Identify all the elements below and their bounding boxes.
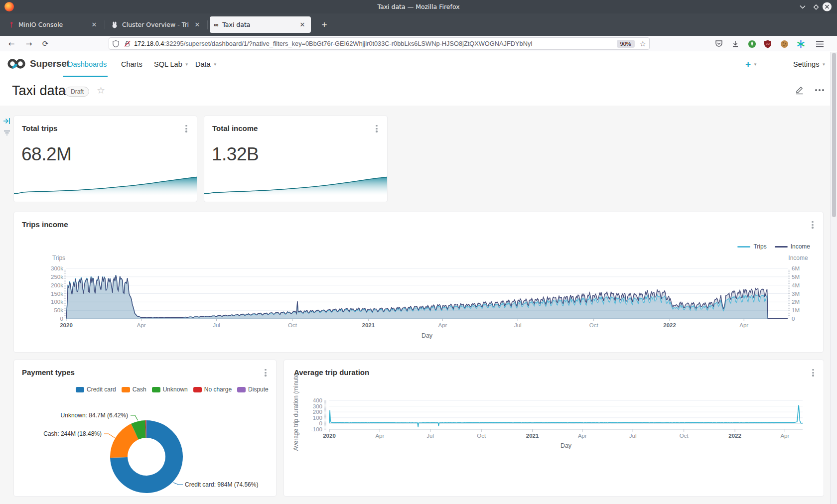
axis-tick-label: Apr — [578, 433, 587, 439]
tab-label: Taxi data — [222, 21, 294, 28]
tab-taxi-data[interactable]: ∞ Taxi data ✕ — [210, 16, 311, 33]
axis-tick-label: 300k — [51, 265, 63, 271]
chart-menu-kebab-icon[interactable] — [183, 125, 190, 134]
browser-toolbar: ← → ⟳ 172.18.0.4:32295/superset/dashboar… — [0, 36, 837, 52]
axis-tick-label: Apr — [137, 322, 146, 328]
filter-list-icon[interactable] — [2, 128, 11, 137]
chart-menu-kebab-icon[interactable] — [373, 125, 380, 134]
axis-tick-label: 50k — [54, 307, 63, 313]
url-domain: 172.18.0.4 — [134, 40, 164, 47]
download-icon[interactable] — [730, 38, 741, 49]
chart-title: Total income — [212, 124, 258, 132]
tab-label: MinIO Console — [18, 21, 86, 28]
reload-icon[interactable]: ⟳ — [39, 37, 52, 50]
sparkline-area — [204, 177, 387, 195]
income-area — [66, 275, 788, 319]
nav-item-dashboards[interactable]: Dashboards — [68, 51, 107, 77]
tab-trino[interactable]: Cluster Overview - Trino ✕ — [107, 16, 206, 33]
axis-tick-label: Apr — [739, 322, 748, 328]
expand-filters-icon[interactable] — [2, 117, 11, 126]
axis-tick-label: 200 — [313, 409, 322, 415]
trips-income-chart[interactable]: 0050k1M100k2M150k3M200k4M250k5M300k6M202… — [14, 212, 823, 352]
axis-tick-label: 2020 — [60, 322, 73, 328]
back-icon[interactable]: ← — [5, 37, 18, 50]
donut-callout-credit-card: Credit card: 984M (74.56%) — [185, 481, 258, 488]
avg-trip-duration-chart[interactable]: 4003002001000-1002020AprJulOct2021AprJul… — [284, 360, 824, 496]
tab-close-icon[interactable]: ✕ — [90, 20, 99, 29]
tab-separator — [207, 20, 208, 29]
chevron-down-icon: ▼ — [213, 62, 217, 67]
axis-tick-label: Oct — [288, 322, 297, 328]
card-payment-types: Payment types Credit cardCashUnknownNo c… — [13, 360, 277, 497]
axis-tick-label: 200k — [51, 282, 63, 288]
url-bar[interactable]: 172.18.0.4:32295/superset/dashboard/1/?n… — [109, 37, 650, 50]
axis-tick-label: Jul — [629, 433, 637, 439]
nav-item-label: Dashboards — [68, 60, 107, 68]
axis-tick-label: Apr — [438, 322, 447, 328]
scrollbar[interactable] — [830, 52, 837, 504]
axis-tick-label: 2022 — [728, 433, 741, 439]
tab-close-icon[interactable]: ✕ — [298, 20, 307, 29]
forward-icon[interactable]: → — [22, 37, 35, 50]
sparkline-svg — [204, 174, 387, 195]
add-new-button[interactable]: +▼ — [745, 59, 757, 70]
new-tab-button[interactable]: + — [318, 18, 331, 31]
payment-types-donut-chart[interactable] — [14, 360, 276, 496]
favorite-star-icon[interactable]: ☆ — [97, 85, 105, 96]
nav-item-charts[interactable]: Charts — [121, 51, 142, 77]
trino-logo-icon — [111, 21, 118, 28]
edit-pencil-icon[interactable] — [795, 85, 804, 95]
window-titlebar: Taxi data — Mozilla Firefox — [0, 0, 837, 13]
callout-line — [173, 483, 183, 485]
axis-tick-label: Jul — [213, 322, 220, 328]
nav-item-label: SQL Lab — [154, 60, 182, 68]
bookmark-star-icon[interactable]: ☆ — [640, 39, 646, 48]
axis-tick-label: 6M — [792, 265, 800, 271]
card-trips-income: Trips income TripsIncome 0050k1M100k2M15… — [13, 212, 824, 353]
pocket-icon[interactable] — [713, 38, 724, 49]
axis-tick-label: 0 — [60, 316, 63, 322]
scrollbar-thumb[interactable] — [832, 53, 836, 217]
dashboard-title[interactable]: Taxi data — [12, 83, 66, 99]
tab-minio-console[interactable]: MinIO Console ✕ — [4, 16, 103, 33]
axis-tick-label: 150k — [51, 291, 63, 297]
brand-name: Superset — [30, 58, 70, 69]
tab-close-icon[interactable]: ✕ — [193, 20, 202, 29]
svg-text:uO: uO — [766, 42, 770, 45]
shield-icon[interactable] — [112, 40, 120, 48]
multiaccount-containers-icon[interactable] — [795, 38, 806, 49]
more-actions-icon[interactable] — [815, 89, 824, 91]
minimize-icon[interactable] — [798, 2, 808, 12]
nav-item-label: Data — [195, 60, 211, 68]
axis-tick-label: 400 — [313, 397, 322, 403]
close-icon[interactable] — [822, 1, 832, 11]
privacy-badger-icon[interactable] — [746, 38, 757, 49]
minio-logo-icon — [8, 21, 14, 28]
settings-menu[interactable]: Settings▼ — [793, 51, 826, 77]
axis-tick-label: 2021 — [526, 433, 539, 439]
cookie-icon[interactable] — [779, 38, 790, 49]
axis-tick-label: Oct — [477, 433, 486, 439]
axis-tick-label: 2022 — [663, 322, 676, 328]
lock-slash-icon[interactable] — [124, 40, 131, 48]
sparkline-svg — [14, 174, 197, 195]
axis-tick-label: Day — [560, 442, 572, 449]
nav-item-sql-lab[interactable]: SQL Lab▼ — [154, 51, 189, 77]
chevron-down-icon: ▼ — [822, 62, 826, 67]
axis-tick-label: 0 — [319, 420, 322, 426]
nav-item-data[interactable]: Data▼ — [195, 51, 217, 77]
window-title: Taxi data — Mozilla Firefox — [0, 3, 837, 10]
dashboard-body: Total trips 68.2M Total income 1.32B Tri… — [0, 106, 837, 504]
ublock-icon[interactable]: uO — [762, 38, 773, 49]
big-number-value: 68.2M — [21, 144, 71, 165]
zoom-level-badge[interactable]: 90% — [617, 40, 635, 48]
url-text[interactable]: 172.18.0.4:32295/superset/dashboard/1/?n… — [134, 40, 617, 47]
axis-tick-label: 4M — [792, 282, 800, 288]
tab-separator — [105, 20, 105, 29]
dashboard-header: Taxi data Draft ☆ — [0, 77, 837, 106]
superset-brand[interactable]: Superset — [7, 58, 70, 70]
nav-item-label: Charts — [121, 60, 142, 68]
hamburger-menu-icon[interactable] — [814, 38, 825, 49]
maximize-icon[interactable] — [811, 2, 821, 12]
superset-logo-icon — [7, 58, 26, 70]
